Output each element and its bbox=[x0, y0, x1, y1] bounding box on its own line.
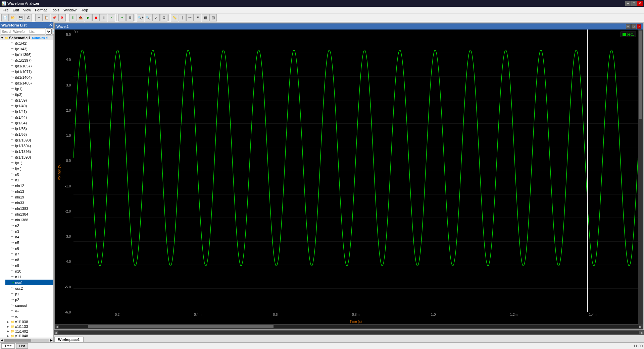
list-item[interactable]: 〜i(r1/1395) bbox=[5, 149, 53, 154]
nav-down-button[interactable]: ▶ bbox=[50, 338, 53, 342]
chart-container[interactable]: osc1 Y↑ bbox=[73, 30, 638, 312]
nav-up-button[interactable]: ◀ bbox=[1, 338, 3, 342]
zoom-fit-button[interactable]: ⤢ bbox=[152, 14, 160, 21]
list-item[interactable]: 〜sumout bbox=[5, 302, 53, 308]
list-item[interactable]: 〜i(p2) bbox=[5, 92, 53, 97]
cursor-line[interactable] bbox=[587, 30, 588, 312]
print-button[interactable]: 🖨 bbox=[24, 14, 32, 21]
split-button[interactable]: ◫ bbox=[209, 14, 217, 21]
list-item[interactable]: 〜nln12 bbox=[5, 183, 53, 188]
wave-button[interactable]: 〜 bbox=[186, 14, 194, 21]
zoom-out-button[interactable]: 🔍- bbox=[145, 14, 152, 21]
pause-button[interactable]: ⏸ bbox=[100, 14, 107, 21]
list-item[interactable]: 〜v- bbox=[5, 314, 53, 319]
list-item[interactable]: 〜nln19 bbox=[5, 194, 53, 200]
waveform-list-close[interactable]: ✕ bbox=[49, 23, 52, 27]
list-item[interactable]: 〜n9 bbox=[5, 263, 53, 268]
list-item[interactable]: 〜n1 bbox=[5, 177, 53, 183]
list-item[interactable]: 〜n3 bbox=[5, 228, 53, 234]
stop-button[interactable]: ⏹ bbox=[92, 14, 100, 21]
list-item[interactable]: 〜n8 bbox=[5, 257, 53, 263]
run-button[interactable]: ▶ bbox=[85, 14, 92, 21]
menu-help[interactable]: Help bbox=[79, 7, 90, 13]
maximize-button[interactable]: □ bbox=[631, 1, 637, 6]
menu-edit[interactable]: Edit bbox=[11, 7, 21, 13]
list-item[interactable]: 〜i(d1/1057) bbox=[5, 63, 53, 69]
close-button[interactable]: ✕ bbox=[637, 1, 643, 6]
search-input[interactable] bbox=[1, 28, 45, 35]
list-item-y1i1048[interactable]: ▶📁y1i1048 bbox=[5, 334, 53, 338]
waveform-tree[interactable]: ▼ 📁 Schematic.1 Contains si 〜i(c1/42) 〜i… bbox=[0, 36, 53, 338]
tree-root-item[interactable]: ▼ 📁 Schematic.1 Contains si bbox=[0, 36, 53, 40]
list-item[interactable]: 〜nln1384 bbox=[5, 211, 53, 217]
fft-button[interactable]: F bbox=[194, 14, 201, 21]
workspace-tab-1[interactable]: Workspace1 bbox=[54, 337, 84, 342]
copy-button[interactable]: 📋 bbox=[43, 14, 50, 21]
list-item[interactable]: 〜n5 bbox=[5, 240, 53, 245]
list-item-x1i1038[interactable]: ▶📁x1i1038 bbox=[5, 319, 53, 324]
delete-button[interactable]: ✖ bbox=[58, 14, 66, 21]
expand-icon[interactable]: ▼ bbox=[1, 36, 4, 40]
list-item[interactable]: 〜p2 bbox=[5, 297, 53, 302]
menu-format[interactable]: Format bbox=[33, 7, 49, 13]
tab-list[interactable]: List bbox=[16, 343, 28, 349]
search-type-select[interactable]: ▼ bbox=[46, 28, 52, 35]
wave-minimize-button[interactable]: ─ bbox=[626, 24, 631, 29]
list-item-x1i1402[interactable]: ▶📁x1i1402 bbox=[5, 329, 53, 334]
wave-hscrollbar[interactable]: ◀ ▶ bbox=[55, 324, 643, 329]
list-item[interactable]: 〜nln33 bbox=[5, 200, 53, 206]
ws-scroll-right[interactable]: ▶ bbox=[640, 331, 644, 335]
import-button[interactable]: ⬇ bbox=[69, 14, 77, 21]
wf-hscrollbar[interactable] bbox=[4, 339, 49, 342]
right-scrollbar-thumb[interactable] bbox=[639, 31, 642, 119]
tab-tree[interactable]: Tree bbox=[1, 343, 15, 349]
list-item[interactable]: 〜i(d1/1071) bbox=[5, 69, 53, 74]
list-item[interactable]: 〜i(r1/44) bbox=[5, 114, 53, 120]
list-item[interactable]: 〜i(c1/43) bbox=[5, 46, 53, 52]
list-item[interactable]: 〜n6 bbox=[5, 245, 53, 251]
export-button[interactable]: 📤 bbox=[77, 14, 84, 21]
open-button[interactable]: 📂 bbox=[9, 14, 16, 21]
list-item[interactable]: 〜i(r1/64) bbox=[5, 120, 53, 126]
list-item[interactable]: 〜p1 bbox=[5, 291, 53, 297]
list-item[interactable]: 〜i(v+) bbox=[5, 160, 53, 166]
cursor-button[interactable]: | bbox=[179, 14, 186, 21]
hscroll-thumb[interactable] bbox=[88, 325, 274, 328]
list-item[interactable]: 〜i(d1/1405) bbox=[5, 80, 53, 86]
menu-view[interactable]: View bbox=[21, 7, 33, 13]
menu-window[interactable]: Window bbox=[61, 7, 79, 13]
list-item[interactable]: 〜i(p1) bbox=[5, 86, 53, 92]
layout-button[interactable]: ▤ bbox=[202, 14, 209, 21]
list-item[interactable]: 〜i(c1/1397) bbox=[5, 57, 53, 63]
save-button[interactable]: 💾 bbox=[17, 14, 24, 21]
list-item[interactable]: 〜nln1388 bbox=[5, 217, 53, 223]
right-scrollbar[interactable] bbox=[638, 30, 643, 324]
hscroll-left-btn[interactable]: ◀ bbox=[56, 325, 58, 329]
list-item[interactable]: 〜nln1383 bbox=[5, 206, 53, 211]
list-item[interactable]: 〜osc2 bbox=[5, 285, 53, 291]
grid-button[interactable]: ⊞ bbox=[126, 14, 134, 21]
list-item[interactable]: 〜i(r1/39) bbox=[5, 97, 53, 103]
hscroll-track[interactable] bbox=[59, 325, 639, 328]
list-item[interactable]: 〜i(r1/66) bbox=[5, 131, 53, 137]
list-item[interactable]: 〜n4 bbox=[5, 234, 53, 240]
menu-tools[interactable]: Tools bbox=[49, 7, 61, 13]
list-item[interactable]: 〜i(r1/1394) bbox=[5, 143, 53, 149]
list-item[interactable]: 〜i(r1/1398) bbox=[5, 154, 53, 160]
minimize-button[interactable]: ─ bbox=[625, 1, 631, 6]
list-item[interactable]: 〜n2 bbox=[5, 223, 53, 228]
measure-button[interactable]: 📏 bbox=[171, 14, 178, 21]
wave-close-button[interactable]: ✕ bbox=[637, 24, 641, 29]
ws-scroll-left[interactable]: ◀ bbox=[54, 331, 58, 335]
list-item[interactable]: 〜i(r1/65) bbox=[5, 126, 53, 131]
paste-button[interactable]: 📌 bbox=[51, 14, 58, 21]
zoom-select-button[interactable]: ⊡ bbox=[160, 14, 167, 21]
list-item[interactable]: 〜i(d1/1404) bbox=[5, 74, 53, 80]
list-item[interactable]: 〜i(c1/42) bbox=[5, 40, 53, 46]
list-item[interactable]: 〜v+ bbox=[5, 308, 53, 314]
list-item[interactable]: 〜n10 bbox=[5, 268, 53, 274]
new-button[interactable]: 📄 bbox=[1, 14, 9, 21]
add-signal-button[interactable]: + bbox=[118, 14, 126, 21]
list-item[interactable]: 〜nln13 bbox=[5, 188, 53, 194]
hscroll-right-btn[interactable]: ▶ bbox=[639, 325, 642, 329]
